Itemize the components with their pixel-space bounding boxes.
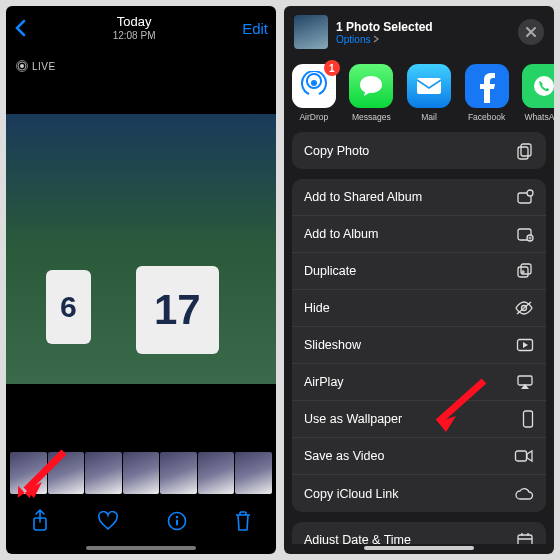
action-group: Copy Photo	[292, 132, 546, 169]
app-label: Facebook	[468, 112, 505, 122]
nav-bar: Today 12:08 PM Edit	[6, 6, 276, 50]
action-duplicate[interactable]: Duplicate	[292, 253, 546, 290]
annotation-arrow	[14, 442, 74, 502]
chevron-right-icon	[372, 35, 380, 43]
nav-title-text: Today	[117, 14, 152, 29]
live-badge: LIVE	[16, 60, 56, 72]
chevron-left-icon	[14, 19, 26, 37]
row-label: Duplicate	[304, 264, 356, 278]
photos-detail-screen: Today 12:08 PM Edit LIVE 6 17	[6, 6, 276, 554]
copy-icon	[516, 142, 534, 160]
sheet-title: 1 Photo Selected	[336, 20, 510, 34]
svg-point-5	[176, 516, 178, 518]
svg-rect-20	[518, 376, 532, 385]
action-group: Add to Shared Album Add to Album Duplica…	[292, 179, 546, 512]
sheet-title-wrap: 1 Photo Selected Options	[336, 20, 510, 45]
jersey-number: 17	[136, 266, 219, 354]
sheet-header: 1 Photo Selected Options	[284, 6, 554, 58]
app-airdrop[interactable]: 1 AirDrop	[290, 64, 338, 122]
action-hide[interactable]: Hide	[292, 290, 546, 327]
svg-rect-11	[518, 147, 528, 159]
cloud-link-icon	[514, 487, 534, 501]
album-icon	[516, 226, 534, 242]
shared-album-icon	[516, 189, 534, 205]
live-icon	[16, 60, 28, 72]
row-label: Copy Photo	[304, 144, 369, 158]
svg-point-7	[311, 80, 317, 86]
svg-rect-22	[516, 451, 527, 461]
home-indicator[interactable]	[86, 546, 196, 550]
play-rect-icon	[516, 338, 534, 352]
app-label: Messages	[352, 112, 391, 122]
action-adjust-date-time[interactable]: Adjust Date & Time	[292, 522, 546, 544]
annotation-arrow	[424, 376, 494, 436]
thumb[interactable]	[85, 452, 122, 494]
action-save-as-video[interactable]: Save as Video	[292, 438, 546, 475]
share-button[interactable]	[30, 509, 50, 533]
row-label: AirPlay	[304, 375, 344, 389]
video-icon	[514, 449, 534, 463]
row-label: Add to Album	[304, 227, 378, 241]
messages-icon	[349, 64, 393, 108]
action-group: Adjust Date & Time Adjust Location	[292, 522, 546, 544]
info-button[interactable]	[167, 511, 187, 531]
live-label: LIVE	[32, 61, 56, 72]
share-icon	[30, 509, 50, 533]
row-label: Adjust Date & Time	[304, 533, 411, 544]
action-copy-icloud-link[interactable]: Copy iCloud Link	[292, 475, 546, 512]
thumb[interactable]	[160, 452, 197, 494]
action-use-as-wallpaper[interactable]: Use as Wallpaper	[292, 401, 546, 438]
app-mail[interactable]: Mail	[405, 64, 453, 122]
action-add-album[interactable]: Add to Album	[292, 216, 546, 253]
close-icon	[525, 26, 537, 38]
sheet-thumbnail	[294, 15, 328, 49]
app-label: AirDrop	[299, 112, 328, 122]
svg-point-9	[534, 76, 554, 96]
thumb[interactable]	[123, 452, 160, 494]
action-slideshow[interactable]: Slideshow	[292, 327, 546, 364]
svg-point-0	[20, 64, 24, 68]
delete-button[interactable]	[234, 510, 252, 532]
edit-button[interactable]: Edit	[242, 20, 268, 37]
info-icon	[167, 511, 187, 531]
row-label: Slideshow	[304, 338, 361, 352]
row-label: Use as Wallpaper	[304, 412, 402, 426]
row-label: Save as Video	[304, 449, 384, 463]
photo-content: 6 17	[6, 114, 276, 384]
favorite-button[interactable]	[97, 511, 119, 531]
eye-slash-icon	[514, 301, 534, 315]
home-indicator[interactable]	[364, 546, 474, 550]
trash-icon	[234, 510, 252, 532]
thumb[interactable]	[198, 452, 235, 494]
jersey-number: 6	[46, 270, 91, 344]
svg-rect-10	[521, 144, 531, 156]
photo-view[interactable]: 6 17	[6, 50, 276, 448]
close-button[interactable]	[518, 19, 544, 45]
heart-icon	[97, 511, 119, 531]
thumb[interactable]	[235, 452, 272, 494]
share-sheet: 1 Photo Selected Options 1 AirDrop Messa…	[284, 6, 554, 554]
mail-icon	[407, 64, 451, 108]
action-airplay[interactable]: AirPlay	[292, 364, 546, 401]
share-apps-row[interactable]: 1 AirDrop Messages Mail Facebook	[284, 58, 554, 132]
row-label: Copy iCloud Link	[304, 487, 399, 501]
app-messages[interactable]: Messages	[347, 64, 395, 122]
svg-rect-8	[417, 78, 441, 94]
row-label: Add to Shared Album	[304, 190, 422, 204]
svg-rect-21	[524, 411, 533, 427]
action-copy-photo[interactable]: Copy Photo	[292, 132, 546, 169]
nav-subtitle: 12:08 PM	[113, 30, 156, 42]
row-label: Hide	[304, 301, 330, 315]
calendar-icon	[516, 532, 534, 544]
app-facebook[interactable]: Facebook	[463, 64, 511, 122]
svg-point-13	[527, 190, 533, 196]
action-add-shared-album[interactable]: Add to Shared Album	[292, 179, 546, 216]
airplay-icon	[516, 374, 534, 390]
options-button[interactable]: Options	[336, 34, 510, 45]
app-whatsapp[interactable]: WhatsApp	[520, 64, 554, 122]
app-label: Mail	[421, 112, 437, 122]
back-button[interactable]	[14, 19, 26, 37]
actions-scroll[interactable]: Copy Photo Add to Shared Album Add to Al…	[284, 132, 554, 544]
airdrop-icon: 1	[292, 64, 336, 108]
bottom-toolbar	[6, 498, 276, 544]
